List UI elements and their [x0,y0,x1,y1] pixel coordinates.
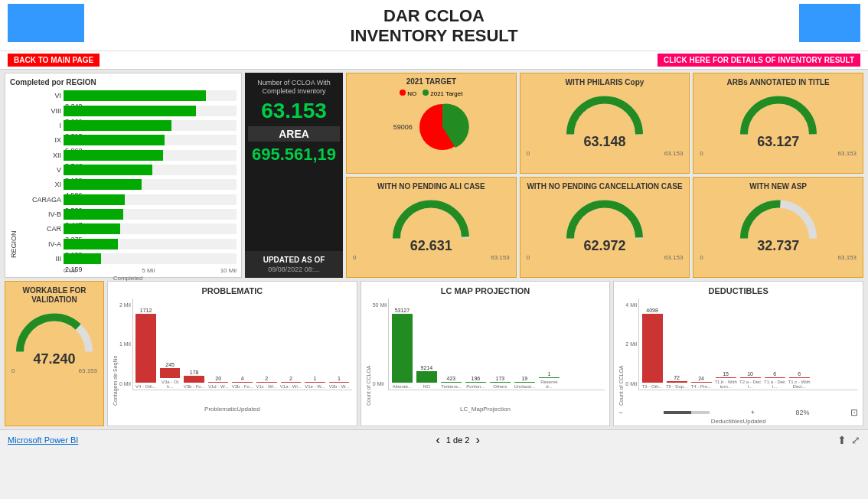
bar-label: VIII [19,107,61,115]
powerbi-link[interactable]: Microsoft Power BI [8,435,78,445]
lc-map-x-label: LC_MapProjection [366,406,605,413]
bar-label: I [19,122,61,129]
v-bar-x-label: T1.a - Decl... [763,380,786,390]
v-bar [232,382,253,383]
v-bar-x-label: V1a - Wi... [280,384,302,390]
workable-value: 47.240 [33,351,75,367]
footer: Microsoft Power BI ‹ 1 de 2 › ⬆ ⤢ [0,429,868,451]
v-bar-value: 2 [289,376,292,381]
v-bar-group: 178V3b - Fo... [183,370,206,390]
share-icon[interactable]: ⬆ [837,434,847,446]
v-bar-x-label: Unclassi... [514,384,536,390]
bar-row: CARAGA3.520 [19,193,237,206]
v-bar-x-label: T4 - Pro... [691,384,712,390]
title-line1: DAR CCLOA [383,6,485,25]
completed-inventory-title: Number of CCLOA With Completed Inventory [248,79,340,96]
workable-panel: WORKABLE FOR VALIDATION 47.240 0 63.153 [5,281,104,426]
arbs-title: ARBs ANNOTATED IN TITLE [727,78,830,87]
bar-label: IV-B [19,210,61,218]
bar-container: 5.138 [64,165,237,175]
deductibles-title: DEDUCTIBLES [618,286,858,295]
problematic-chart-wrap: Contagem de SeqNo 2 Mil 1 Mil 0 Mil 1712… [113,298,352,406]
bar-container: 4.506 [64,179,237,190]
v-bar-x-label: Portion... [466,384,485,390]
v-bar-value: 24 [698,376,704,381]
bar-fill [64,179,142,190]
pie-left-label: 59006 [393,123,413,131]
arbs-panel: ARBs ANNOTATED IN TITLE 63.127 0 63.153 [693,73,863,174]
v-bar-group: 9214NO [415,365,438,390]
v-bar-value: 2 [265,376,268,381]
bar-row: IX5.862 [19,134,237,147]
bar-container: 3.138 [64,239,237,250]
bar-fill [64,223,120,234]
zoom-minus[interactable]: − [618,409,622,416]
v-bar-value: 15 [723,371,729,377]
bar-fill [64,194,125,205]
v-bar-x-label: Reserved... [537,380,560,390]
v-bar-x-label: V3b - Fo... [232,384,253,390]
page-indicator: 1 de 2 [446,435,470,445]
deductibles-x-label: DeductiblesUpdated [618,418,858,425]
prev-page-button[interactable]: ‹ [436,433,440,447]
bar-container: 5.746 [64,150,237,161]
bar-fill [64,209,123,220]
v-bar-x-label: Others [493,384,507,390]
philaris-minmax: 0 63.153 [527,150,684,157]
no-pending-ali-minmax: 0 63.153 [353,254,510,261]
v-bar [642,314,663,383]
legend-no: NO [400,90,416,97]
expand-icon[interactable]: ⤢ [851,434,860,446]
v-bar-value: 4 [241,376,244,381]
v-bar-group: 72T5 - Dup... [665,375,688,389]
problematic-y-label: Contagem de SeqNo [113,298,118,406]
problematic-panel: PROBLEMATIC Contagem de SeqNo 2 Mil 1 Mi… [107,281,357,426]
v-bar-value: 173 [496,376,505,381]
bar-container: 2.159 [64,253,237,264]
new-asp-gauge-svg [736,194,821,244]
philaris-title: WITH PHILARIS Copy [566,78,644,87]
bar-row: I6.218 [19,119,237,132]
target-title: 2021 TARGET [406,77,456,86]
next-page-button[interactable]: › [475,433,479,447]
new-asp-max: 63.153 [838,254,857,261]
y-axis-label: REGION [10,90,18,258]
v-bar-group: 24T4 - Pro... [690,376,713,390]
bar-fill [64,135,165,145]
arbs-max: 63.153 [838,150,857,157]
lc-map-bars: 53127Alienab...9214NO423Timbera...196Por… [388,298,605,390]
v-bar [305,382,325,383]
bar-label: VI [19,92,61,99]
new-asp-value: 32.737 [757,238,799,254]
bar-fill [64,239,118,250]
v-bar-x-label: T2.a - Decl... [739,380,762,390]
v-bar-group: 4098T3 - Oth... [641,308,664,390]
logo-right [799,4,860,42]
v-bar [740,377,761,378]
v-bar [184,376,204,383]
no-pending-ali-max: 63.153 [491,254,509,261]
details-button[interactable]: CLICK HERE FOR DETAILS OF INVENTORY RESU… [658,54,860,67]
header-title: DAR CCLOA INVENTORY RESULT [350,6,517,47]
v-bar-value: 19 [521,376,527,381]
workable-max: 63.153 [79,367,97,374]
v-bar-value: 196 [472,376,481,381]
philaris-value: 63.148 [583,134,625,150]
no-pending-cancel-max: 63.153 [664,254,683,261]
v-bar-value: 178 [190,370,199,375]
bar-container: 3.275 [64,223,237,234]
no-pending-cancel-gauge: 62.972 0 63.153 [527,194,684,261]
v-bar-group: 1V2b - W... [328,376,351,390]
bar-label: XII [19,152,61,159]
bar-label: IX [19,136,61,144]
v-bar-group: 15T1.b - With turn... [714,371,737,390]
zoom-slider[interactable] [664,411,710,414]
v-bar [667,381,687,383]
bar-row: V5.138 [19,163,237,176]
v-bar-group: 2V1c - Wi... [256,376,279,390]
v-bar-x-label: T1.b - With turn... [714,380,737,390]
v-bar [716,377,736,378]
zoom-plus[interactable]: + [751,409,755,416]
back-button[interactable]: BACK TO MAIN PAGE [8,54,100,67]
v-bar [208,382,229,383]
